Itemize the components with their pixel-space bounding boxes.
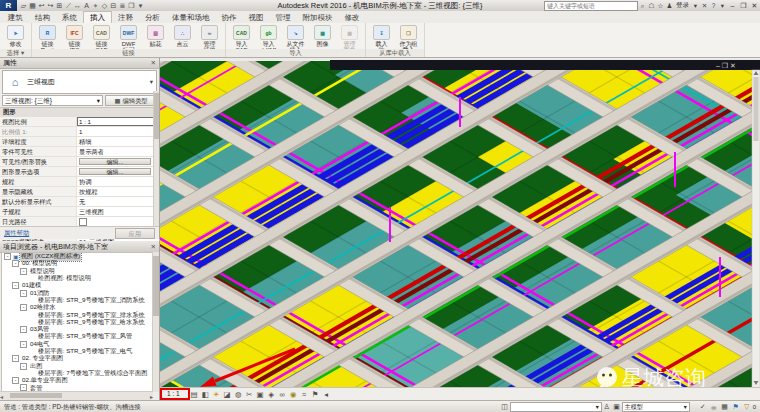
tree-item[interactable]: -02.单专业平面图 [2, 377, 152, 384]
temporary-view-properties-icon[interactable]: ≈ [299, 389, 310, 400]
design-options-dropdown-icon[interactable]: ▾ [684, 403, 687, 411]
detail-level-icon[interactable]: ▤ [189, 389, 200, 400]
ribbon-tab-8[interactable]: 协作 [216, 12, 243, 23]
temporary-hide-isolate-icon[interactable]: ∞ [277, 389, 288, 400]
ribbon-tab-1[interactable]: 建筑 [2, 12, 29, 23]
help-icon[interactable]: ? [709, 2, 718, 9]
browser-vertical-scrollbar[interactable] [152, 252, 159, 392]
ribbon-tab-10[interactable]: 管理 [270, 12, 297, 23]
ribbon-group-label-3[interactable]: 导入 [226, 49, 365, 57]
property-value[interactable]: 1 : 1 [77, 117, 159, 126]
tree-expand-icon[interactable]: - [12, 282, 19, 289]
visual-style-icon[interactable]: ◧ [200, 389, 211, 400]
redo-icon[interactable]: ↪ [46, 0, 55, 11]
property-value[interactable]: 三维视图 [77, 207, 159, 216]
crop-view-icon[interactable]: ✂ [244, 389, 255, 400]
tree-item[interactable]: 楼层平面: STR_9号楼地下室_给水系统 [2, 319, 152, 326]
tree-expand-icon[interactable]: - [12, 355, 19, 362]
view-instance-combobox[interactable]: 三维视图: {三维} ▾ [2, 95, 103, 106]
tree-item[interactable]: 楼层平面: STR_9号楼地下室_消防系统 [2, 297, 152, 304]
select-links-icon[interactable]: ∞ [709, 404, 719, 411]
sun-path-icon[interactable]: ☀ [211, 389, 222, 400]
subscription-icon[interactable]: ☖ [647, 2, 656, 10]
tree-expand-icon[interactable]: - [20, 304, 27, 311]
ribbon-group-label-1[interactable]: 选择 ▾ [0, 49, 31, 57]
property-value[interactable]: 1 [77, 127, 159, 136]
help-search-input[interactable] [544, 1, 638, 11]
worksets-icon[interactable]: ◫ [500, 403, 510, 411]
rendering-dialog-icon[interactable]: ◍ [233, 389, 244, 400]
ribbon-tab-11[interactable]: 附加模块 [297, 12, 339, 23]
section-icon[interactable]: ⊟ [109, 0, 118, 11]
properties-scrollbar[interactable] [153, 91, 159, 227]
property-value[interactable]: 无 [77, 197, 159, 206]
property-value[interactable]: 按规程 [77, 187, 159, 196]
crop-region-icon[interactable]: ▣ [255, 389, 266, 400]
undo-icon[interactable]: ↩ [37, 0, 46, 11]
property-value[interactable]: 精细 [77, 137, 159, 146]
ribbon-tab-7[interactable]: 体量和场地 [166, 12, 216, 23]
help-dropdown-icon[interactable]: ▾ [718, 2, 727, 10]
property-value[interactable]: 显示两者 [77, 147, 159, 156]
property-edit-button[interactable]: 编辑... [79, 158, 151, 165]
design-options-combobox[interactable]: 主模型 ▾ [622, 402, 690, 412]
type-selector[interactable]: ⌂ 三维视图 ▾ [2, 70, 157, 94]
modify-cursor-button[interactable]: ➤修改 [2, 24, 29, 47]
apply-button[interactable]: 应用 [115, 228, 155, 239]
select-underlay-icon[interactable]: ▦ [720, 403, 730, 411]
minimize-button[interactable]: – [727, 2, 738, 9]
active-workset-combobox[interactable]: ▾ [510, 402, 602, 412]
signin-dropdown-icon[interactable]: ▾ [691, 2, 700, 10]
tree-item[interactable]: -01建模 [2, 282, 152, 289]
3d-view-icon[interactable]: ◇ [100, 0, 109, 11]
ribbon-tab-4[interactable]: 插入 [83, 11, 112, 23]
reveal-hidden-elements-icon[interactable]: ◉ [288, 389, 299, 400]
view-window-buttons[interactable]: – ❐ ✕ [716, 62, 736, 69]
project-browser-close-icon[interactable]: ✕ [151, 243, 156, 251]
application-menu-button[interactable]: R [0, 0, 17, 11]
scroll-right-icon[interactable]: ▸ [150, 393, 153, 400]
browser-horizontal-scrollbar[interactable]: ◂ ▸ [0, 391, 153, 400]
editable-only-icon[interactable]: ✓ [698, 403, 708, 411]
workset-dropdown-icon[interactable]: ▾ [596, 403, 599, 411]
drawing-area[interactable]: – ❐ ✕星城咨询 [160, 57, 760, 388]
editing-requests-icon[interactable]: ♙ [602, 403, 612, 411]
selection-filter-icon[interactable]: ▽ [742, 403, 752, 411]
sign-in-button[interactable]: 登录 [676, 1, 689, 10]
tag-icon[interactable]: ⌖ [91, 0, 100, 11]
tree-item[interactable]: 楼层平面: STR_9号楼地下室_风管 [2, 333, 152, 340]
tree-expand-icon[interactable]: - [20, 341, 27, 348]
measure-icon[interactable]: ⟋ [64, 0, 73, 11]
show-constraints-icon[interactable]: ⚑ [310, 389, 321, 400]
ribbon-tab-5[interactable]: 注释 [112, 12, 139, 23]
open-icon[interactable]: ▱ [19, 0, 28, 11]
close-button[interactable]: ✕ [749, 2, 760, 10]
edit-type-button[interactable]: ▦ 编辑类型 [105, 95, 157, 106]
scroll-left-icon[interactable]: ◂ [321, 389, 332, 400]
tree-expand-icon[interactable]: - [20, 363, 27, 370]
ribbon-group-label-2[interactable]: 链接 [32, 49, 225, 57]
unlocked-3d-view-icon[interactable]: ◈ [266, 389, 277, 400]
restore-button[interactable]: ❐ [738, 2, 749, 10]
tree-expand-icon[interactable]: - [4, 253, 11, 260]
type-selector-dropdown-icon[interactable]: ▾ [147, 78, 156, 86]
property-checkbox[interactable] [79, 218, 87, 226]
ribbon-tab-6[interactable]: 分析 [139, 12, 166, 23]
ribbon-tab-3[interactable]: 系统 [56, 12, 83, 23]
exchange-apps-icon[interactable]: ✕ [700, 2, 709, 10]
customize-dropdown-icon[interactable]: ▾ [136, 0, 145, 11]
ribbon-tab-9[interactable]: 视图 [243, 12, 270, 23]
print-icon[interactable]: ⊞ [55, 0, 64, 11]
tree-expand-icon[interactable]: - [20, 326, 27, 333]
tree-expand-icon[interactable]: - [12, 260, 19, 267]
tree-expand-icon[interactable]: - [20, 290, 27, 297]
tree-expand-icon[interactable]: - [20, 268, 27, 275]
design-options-icon[interactable]: ▣ [612, 403, 622, 411]
shadows-icon[interactable]: ◪ [222, 389, 233, 400]
favorites-star-icon[interactable]: ☆ [656, 2, 665, 10]
ribbon-group-label-4[interactable]: 从库中载入 [366, 49, 424, 57]
ribbon-tab-2[interactable]: 结构 [29, 12, 56, 23]
scroll-left-icon[interactable]: ◂ [0, 393, 3, 400]
tree-item[interactable]: -02. 专业平面图 [2, 355, 152, 362]
view-instance-dropdown-icon[interactable]: ▾ [97, 96, 100, 105]
